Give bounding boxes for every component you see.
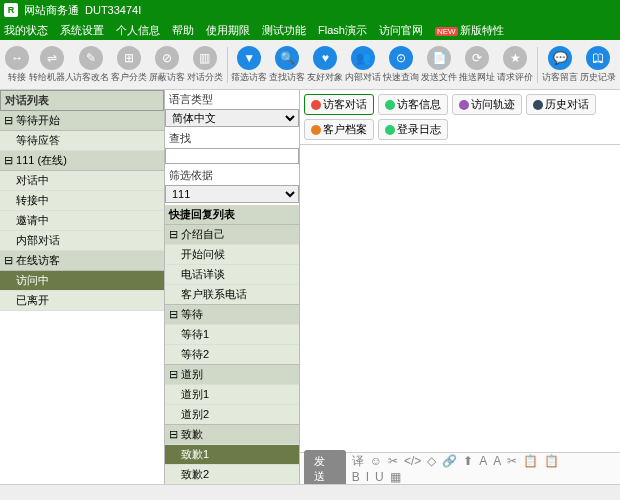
- menu-item[interactable]: 测试功能: [262, 23, 306, 38]
- toolbar-访客改名[interactable]: ✎访客改名: [73, 46, 109, 84]
- editor-tool[interactable]: A: [493, 454, 501, 468]
- toolbar-icon: 👥: [351, 46, 375, 70]
- menu-item[interactable]: 系统设置: [60, 23, 104, 38]
- menu-item[interactable]: 使用期限: [206, 23, 250, 38]
- menu-item[interactable]: Flash演示: [318, 23, 367, 38]
- tab-访问轨迹[interactable]: 访问轨迹: [452, 94, 522, 115]
- send-button[interactable]: 发送: [304, 450, 346, 485]
- editor-tool[interactable]: 📋: [544, 454, 559, 468]
- quick-group[interactable]: ⊟ 介绍自己: [165, 224, 299, 244]
- tree-item[interactable]: 访问中: [0, 271, 164, 291]
- toolbar-转给机器人[interactable]: ⇌转给机器人: [33, 46, 71, 84]
- toolbar-筛选访客[interactable]: ▼筛选访客: [231, 46, 267, 84]
- quick-item[interactable]: 客户联系电话: [165, 284, 299, 304]
- toolbar-屏蔽访客[interactable]: ⊘屏蔽访客: [149, 46, 185, 84]
- menu-item[interactable]: 个人信息: [116, 23, 160, 38]
- quick-reply-header: 快捷回复列表: [165, 205, 299, 224]
- editor-tool[interactable]: 译: [352, 454, 364, 468]
- toolbar-label: 发送文件: [421, 71, 457, 84]
- quick-item[interactable]: 道别1: [165, 384, 299, 404]
- tab-icon: [385, 125, 395, 135]
- tab-客户档案[interactable]: 客户档案: [304, 119, 374, 140]
- quick-item[interactable]: 等待2: [165, 344, 299, 364]
- editor-toolbar: 发送 译☺✂</>◇🔗⬆AA✂📋📋BIU▦: [300, 452, 620, 484]
- editor-tool[interactable]: ✂: [507, 454, 517, 468]
- toolbar-客户分类[interactable]: ⊞客户分类: [111, 46, 147, 84]
- quick-item[interactable]: 道别2: [165, 404, 299, 424]
- toolbar-推送网址[interactable]: ⟳推送网址: [459, 46, 495, 84]
- quick-item[interactable]: 致歉2: [165, 464, 299, 484]
- editor-tool[interactable]: ⬆: [463, 454, 473, 468]
- menu-item[interactable]: 访问官网: [379, 23, 423, 38]
- toolbar-转接[interactable]: ↔转接: [4, 46, 31, 84]
- tab-label: 访客信息: [397, 97, 441, 112]
- app-logo: R: [4, 3, 18, 17]
- toolbar-历史记录[interactable]: 🕮历史记录: [580, 46, 616, 84]
- quick-item[interactable]: 等待1: [165, 324, 299, 344]
- quick-group[interactable]: ⊟ 致歉: [165, 424, 299, 444]
- tree-item[interactable]: 内部对话: [0, 231, 164, 251]
- toolbar-label: 友好对象: [307, 71, 343, 84]
- tab-登录日志[interactable]: 登录日志: [378, 119, 448, 140]
- tree-group[interactable]: ⊟ 等待开始: [0, 111, 164, 131]
- menu-item[interactable]: NEW新版特性: [435, 23, 504, 38]
- tab-访客信息[interactable]: 访客信息: [378, 94, 448, 115]
- filter-select[interactable]: 111: [165, 185, 299, 203]
- tree-group[interactable]: ⊟ 在线访客: [0, 251, 164, 271]
- tab-label: 访问轨迹: [471, 97, 515, 112]
- editor-tool[interactable]: U: [375, 470, 384, 484]
- editor-tool[interactable]: </>: [404, 454, 421, 468]
- menu-item[interactable]: 我的状态: [4, 23, 48, 38]
- toolbar-icon: ♥: [313, 46, 337, 70]
- tab-label: 历史对话: [545, 97, 589, 112]
- toolbar-查找访客[interactable]: 🔍查找访客: [269, 46, 305, 84]
- app-title: 网站商务通: [24, 3, 79, 18]
- quick-item[interactable]: 电话详谈: [165, 264, 299, 284]
- editor-tool[interactable]: I: [366, 470, 369, 484]
- toolbar-label: 转接: [8, 71, 26, 84]
- editor-tool[interactable]: 🔗: [442, 454, 457, 468]
- quick-item[interactable]: 致歉1: [165, 444, 299, 464]
- tree-item[interactable]: 对话中: [0, 171, 164, 191]
- tree-item[interactable]: 邀请中: [0, 211, 164, 231]
- search-input[interactable]: [165, 148, 299, 164]
- tree-item[interactable]: 等待应答: [0, 131, 164, 151]
- tab-历史对话[interactable]: 历史对话: [526, 94, 596, 115]
- toolbar-友好对象[interactable]: ♥友好对象: [307, 46, 343, 84]
- editor-tool[interactable]: A: [479, 454, 487, 468]
- tab-label: 登录日志: [397, 122, 441, 137]
- editor-tool[interactable]: 📋: [523, 454, 538, 468]
- main-toolbar: ↔转接⇌转给机器人✎访客改名⊞客户分类⊘屏蔽访客▥对话分类▼筛选访客🔍查找访客♥…: [0, 40, 620, 90]
- quick-group[interactable]: ⊟ 等待: [165, 304, 299, 324]
- quick-group[interactable]: ⊟ 道别: [165, 364, 299, 384]
- tab-icon: [459, 100, 469, 110]
- toolbar-对话分类[interactable]: ▥对话分类: [187, 46, 223, 84]
- quick-item[interactable]: 开始问候: [165, 244, 299, 264]
- toolbar-icon: ▼: [237, 46, 261, 70]
- menu-item[interactable]: 帮助: [172, 23, 194, 38]
- toolbar-内部对话[interactable]: 👥内部对话: [345, 46, 381, 84]
- tree-item[interactable]: 转接中: [0, 191, 164, 211]
- language-select[interactable]: 简体中文: [165, 109, 299, 127]
- toolbar-icon: ⇌: [40, 46, 64, 70]
- editor-tool[interactable]: ▦: [390, 470, 401, 484]
- editor-tool[interactable]: B: [352, 470, 360, 484]
- toolbar-icon: ✎: [79, 46, 103, 70]
- tab-icon: [533, 100, 543, 110]
- editor-tool[interactable]: ◇: [427, 454, 436, 468]
- toolbar-发送文件[interactable]: 📄发送文件: [421, 46, 457, 84]
- toolbar-label: 访客留言: [542, 71, 578, 84]
- tree-group[interactable]: ⊟ 111 (在线): [0, 151, 164, 171]
- toolbar-访客留言[interactable]: 💬访客留言: [542, 46, 578, 84]
- toolbar-请求评价[interactable]: ★请求评价: [497, 46, 533, 84]
- toolbar-label: 快速查询: [383, 71, 419, 84]
- tree-item[interactable]: 已离开: [0, 291, 164, 311]
- tab-访客对话[interactable]: 访客对话: [304, 94, 374, 115]
- editor-tool[interactable]: ✂: [388, 454, 398, 468]
- toolbar-label: 内部对话: [345, 71, 381, 84]
- toolbar-label: 访客改名: [73, 71, 109, 84]
- editor-tool[interactable]: ☺: [370, 454, 382, 468]
- toolbar-快速查询[interactable]: ⊙快速查询: [383, 46, 419, 84]
- chat-content-area: [300, 145, 620, 452]
- tab-icon: [311, 100, 321, 110]
